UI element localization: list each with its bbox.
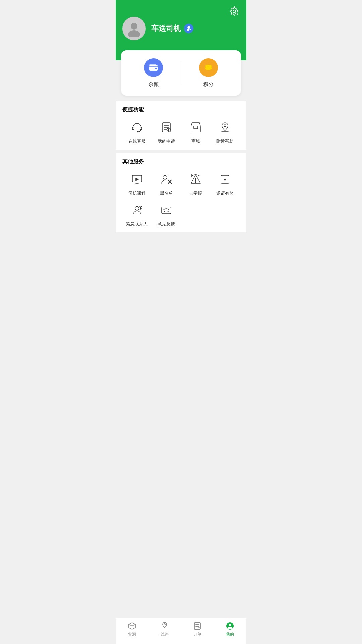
svg-rect-48 xyxy=(194,623,200,629)
complaint-item[interactable]: 我的申诉 xyxy=(152,120,181,144)
points-item[interactable]: 积分 xyxy=(181,58,236,88)
settings-icon[interactable] xyxy=(229,6,240,17)
headset-icon xyxy=(130,120,144,135)
nav-cargo-label: 货源 xyxy=(128,632,136,637)
svg-point-1 xyxy=(233,10,236,13)
svg-point-3 xyxy=(128,30,140,37)
quick-functions-title: 便捷功能 xyxy=(122,106,240,113)
emergency-contact-item[interactable]: 紧急联系人 xyxy=(122,203,152,227)
svg-rect-26 xyxy=(194,126,198,129)
quick-actions-card: 余额 积分 xyxy=(121,50,241,96)
svg-point-53 xyxy=(229,624,231,626)
nav-order-label: 订单 xyxy=(193,632,201,637)
location-help-icon xyxy=(218,120,232,135)
avatar[interactable] xyxy=(122,17,146,40)
complaint-label: 我的申诉 xyxy=(158,138,175,144)
shop-item[interactable]: 商城 xyxy=(181,120,210,144)
invite-reward-item[interactable]: ¥ 邀请有奖 xyxy=(210,172,240,196)
feedback-icon xyxy=(159,203,174,218)
report-icon xyxy=(188,172,203,187)
bottom-navigation: 货源 线路 订单 我的 xyxy=(116,618,246,644)
blacklist-icon xyxy=(159,172,174,187)
svg-point-2 xyxy=(131,23,137,30)
svg-point-17 xyxy=(137,131,138,132)
course-icon xyxy=(130,172,144,187)
svg-marker-0 xyxy=(230,7,238,15)
username: 车送司机 xyxy=(151,23,181,34)
nearby-help-item[interactable]: 附近帮助 xyxy=(210,120,240,144)
other-services-title: 其他服务 xyxy=(122,158,240,165)
svg-point-28 xyxy=(224,125,226,127)
invite-reward-label: 邀请有奖 xyxy=(216,190,234,196)
wallet-icon xyxy=(144,58,163,77)
nav-mine-label: 我的 xyxy=(226,632,234,637)
emergency-icon xyxy=(130,203,144,218)
shop-icon xyxy=(188,120,203,135)
report-item[interactable]: 去举报 xyxy=(181,172,210,196)
nav-mine[interactable]: 我的 xyxy=(214,622,247,637)
svg-point-45 xyxy=(140,208,141,209)
svg-point-42 xyxy=(135,206,139,210)
feedback-label: 意见反馈 xyxy=(158,221,175,227)
svg-point-38 xyxy=(195,182,196,182)
nav-cargo[interactable]: 货源 xyxy=(116,622,148,637)
shop-label: 商城 xyxy=(191,138,200,144)
nav-route[interactable]: 线路 xyxy=(148,622,181,637)
balance-label: 余额 xyxy=(148,81,159,88)
balance-item[interactable]: 余额 xyxy=(126,58,181,88)
report-label: 去举报 xyxy=(189,190,202,196)
svg-point-4 xyxy=(187,26,190,29)
verified-badge xyxy=(184,24,193,33)
svg-point-24 xyxy=(168,130,169,131)
other-services-grid: 司机课程 黑名单 xyxy=(122,172,240,227)
svg-rect-46 xyxy=(162,207,171,214)
nearby-help-label: 附近帮助 xyxy=(216,138,234,144)
points-label: 积分 xyxy=(203,81,214,88)
driver-course-item[interactable]: 司机课程 xyxy=(122,172,152,196)
invite-icon: ¥ xyxy=(218,172,232,187)
svg-text:¥: ¥ xyxy=(223,177,227,183)
quick-functions-section: 便捷功能 在线客服 xyxy=(116,101,246,150)
blacklist-label: 黑名单 xyxy=(160,190,173,196)
complaint-icon xyxy=(159,120,174,135)
svg-point-34 xyxy=(163,175,167,179)
other-services-section: 其他服务 司机课程 xyxy=(116,153,246,232)
driver-course-label: 司机课程 xyxy=(128,190,146,196)
svg-rect-25 xyxy=(191,126,200,132)
svg-rect-7 xyxy=(155,68,157,69)
profile-row: 车送司机 xyxy=(122,17,240,40)
nav-route-label: 线路 xyxy=(161,632,169,637)
feedback-item[interactable]: 意见反馈 xyxy=(152,203,181,227)
online-service-item[interactable]: 在线客服 xyxy=(122,120,152,144)
quick-functions-grid: 在线客服 我的申诉 xyxy=(122,120,240,144)
online-service-label: 在线客服 xyxy=(128,138,146,144)
coins-icon xyxy=(199,58,218,77)
svg-point-47 xyxy=(164,624,165,625)
nav-order[interactable]: 订单 xyxy=(181,622,214,637)
emergency-contact-label: 紧急联系人 xyxy=(126,221,148,227)
blacklist-item[interactable]: 黑名单 xyxy=(152,172,181,196)
svg-rect-8 xyxy=(149,64,156,66)
